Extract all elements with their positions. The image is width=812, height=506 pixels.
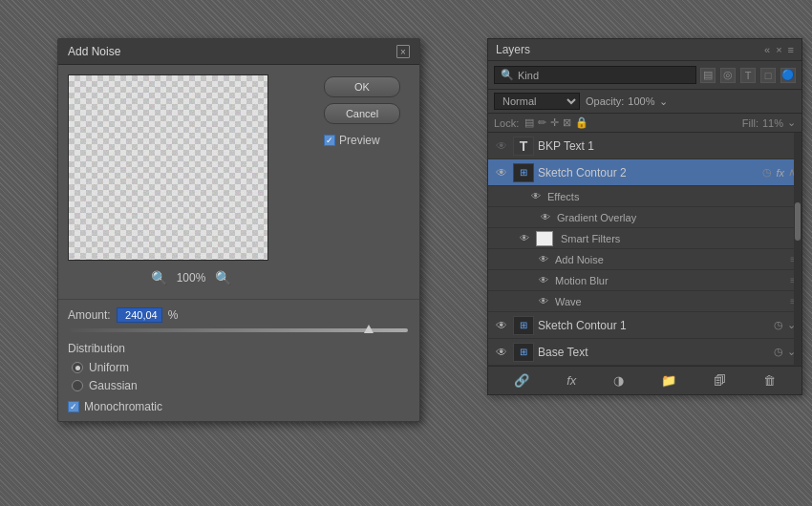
opacity-value[interactable]: 100% <box>628 95 654 107</box>
delete-layer-icon[interactable]: 🗑 <box>759 371 780 390</box>
add-noise-filter-item[interactable]: 👁 Add Noise ≡ <box>488 249 801 270</box>
blend-mode-select[interactable]: Normal <box>494 93 580 110</box>
layer-item[interactable]: 👁 ⊞ Base Text ◷ ⌄ <box>488 339 801 366</box>
visibility-icon[interactable]: 👁 <box>536 273 551 288</box>
dialog-body: 🔍 100% 🔍 OK Cancel ✓ Preview <box>58 65 419 299</box>
layers-list: 👁 T BKP Text 1 👁 ⊞ Sketch Contour 2 ◷ fx… <box>488 133 801 366</box>
amount-input[interactable] <box>117 307 162 323</box>
zoom-out-icon[interactable]: 🔍 <box>151 270 167 285</box>
layers-lock-row: Lock: ▤ ✏ ✛ ⊠ 🔒 Fill: 11% ⌄ <box>488 114 801 133</box>
preview-checkbox[interactable]: ✓ <box>324 135 335 146</box>
filter-smart-icon[interactable]: 🔵 <box>780 68 796 83</box>
visibility-icon[interactable]: 👁 <box>538 210 553 225</box>
filter-name: Gradient Overlay <box>557 212 636 223</box>
layers-search-box[interactable]: 🔍 Kind <box>494 66 696 84</box>
visibility-icon[interactable]: 👁 <box>536 294 551 309</box>
visibility-icon[interactable]: 👁 <box>536 252 551 267</box>
fill-label: Fill: <box>742 117 759 129</box>
layer-item[interactable]: 👁 ⊞ Sketch Contour 2 ◷ fx ∧ <box>488 159 801 186</box>
motion-blur-filter-item[interactable]: 👁 Motion Blur ≡ <box>488 270 801 291</box>
amount-row: Amount: % <box>68 307 410 323</box>
mono-checkbox[interactable]: ✓ <box>68 401 79 412</box>
new-group-icon[interactable]: 📁 <box>657 371 680 390</box>
layer-fx-icon: fx <box>776 167 784 179</box>
layer-filter-item[interactable]: 👁 Gradient Overlay <box>488 207 801 228</box>
visibility-icon[interactable]: 👁 <box>494 138 509 154</box>
visibility-icon[interactable]: 👁 <box>528 189 544 204</box>
lock-move-icon[interactable]: ✛ <box>550 116 559 129</box>
layer-effects-item: 👁 Effects <box>488 186 801 207</box>
lock-pixels-icon[interactable]: ▤ <box>524 116 534 129</box>
opacity-label: Opacity: <box>586 95 624 107</box>
smart-filters-item[interactable]: 👁 Smart Filters <box>488 228 801 249</box>
dialog-titlebar: Add Noise × <box>58 39 419 65</box>
layer-item[interactable]: 👁 ⊞ Sketch Contour 1 ◷ ⌄ <box>488 312 801 339</box>
lock-all-icon[interactable]: 🔒 <box>575 116 588 129</box>
cancel-button[interactable]: Cancel <box>324 103 400 124</box>
layer-name: Sketch Contour 2 <box>538 166 759 179</box>
dialog-controls: OK Cancel ✓ Preview <box>324 74 410 289</box>
layer-thumbnail: ⊞ <box>513 343 534 362</box>
preview-area: 🔍 100% 🔍 <box>68 74 314 289</box>
dialog-close-button[interactable]: × <box>396 45 410 58</box>
gaussian-radio-item[interactable]: Gaussian <box>72 379 410 392</box>
filter-type-icon[interactable]: T <box>740 68 756 83</box>
layer-right-icons: ◷ ⌄ <box>774 346 796 358</box>
scrollbar-track <box>794 133 801 366</box>
ok-button[interactable]: OK <box>324 76 400 97</box>
visibility-icon[interactable]: 👁 <box>494 165 509 180</box>
gaussian-radio[interactable] <box>72 380 83 391</box>
layers-toolbar: 🔗 fx ◑ 📁 🗐 🗑 <box>488 366 801 394</box>
panel-close-icon[interactable]: × <box>776 44 781 55</box>
layer-thumbnail: ⊞ <box>513 316 534 335</box>
layer-thumbnail: T <box>513 137 534 156</box>
link-layers-icon[interactable]: 🔗 <box>510 371 533 390</box>
panel-collapse-icon[interactable]: « <box>764 44 770 55</box>
add-noise-dialog: Add Noise × 🔍 100% 🔍 OK Cancel ✓ Preview <box>57 38 420 422</box>
amount-slider-thumb[interactable] <box>364 325 374 333</box>
visibility-icon[interactable]: 👁 <box>494 345 509 360</box>
scrollbar-thumb[interactable] <box>795 202 801 241</box>
lock-artboard-icon[interactable]: ⊠ <box>563 116 571 129</box>
uniform-radio[interactable] <box>72 362 83 373</box>
layer-smart-icon: ◷ <box>774 346 783 358</box>
zoom-in-icon[interactable]: 🔍 <box>215 270 231 285</box>
filter-name: Motion Blur <box>555 275 609 286</box>
panel-menu-icon[interactable]: ≡ <box>788 44 794 55</box>
fill-value[interactable]: 11% <box>762 117 783 129</box>
search-placeholder: Kind <box>518 70 539 81</box>
fill-row: Fill: 11% ⌄ <box>742 116 796 129</box>
opacity-chevron-icon[interactable]: ⌄ <box>659 95 668 108</box>
smart-filters-label: Smart Filters <box>561 233 620 244</box>
wave-filter-item[interactable]: 👁 Wave ≡ <box>488 291 801 312</box>
layer-name: BKP Text 1 <box>538 139 796 153</box>
filter-pixel-icon[interactable]: ▤ <box>700 68 716 83</box>
zoom-value: 100% <box>177 271 206 285</box>
layer-effects-icon[interactable]: fx <box>563 371 580 390</box>
uniform-radio-item[interactable]: Uniform <box>72 361 410 374</box>
visibility-icon[interactable]: 👁 <box>517 231 532 246</box>
layer-right-icons: ◷ fx ∧ <box>762 166 796 179</box>
distribution-label: Distribution <box>68 342 410 355</box>
fill-chevron-icon[interactable]: ⌄ <box>787 116 796 129</box>
visibility-icon[interactable]: 👁 <box>494 318 509 333</box>
lock-label: Lock: <box>494 117 519 129</box>
filter-name: Add Noise <box>555 254 604 265</box>
layers-header-icons: « × ≡ <box>764 44 794 55</box>
new-layer-icon[interactable]: 🗐 <box>710 371 730 390</box>
layer-item[interactable]: 👁 T BKP Text 1 <box>488 133 801 159</box>
new-adjustment-icon[interactable]: ◑ <box>609 371 628 390</box>
filter-adjust-icon[interactable]: ◎ <box>720 68 736 83</box>
amount-label: Amount: <box>68 308 111 322</box>
lock-paint-icon[interactable]: ✏ <box>538 116 546 129</box>
layer-name: Base Text <box>538 346 770 359</box>
layer-right-icons: ◷ ⌄ <box>774 319 796 331</box>
filter-shape-icon[interactable]: □ <box>760 68 776 83</box>
settings-area: Amount: % Distribution Uniform Gaussian … <box>58 299 419 421</box>
search-icon: 🔍 <box>501 69 514 81</box>
dialog-title: Add Noise <box>68 45 120 58</box>
monochromatic-row: ✓ Monochromatic <box>68 400 410 413</box>
amount-slider-track[interactable] <box>70 328 408 332</box>
layers-panel-title: Layers <box>496 43 530 56</box>
uniform-label: Uniform <box>89 361 129 374</box>
